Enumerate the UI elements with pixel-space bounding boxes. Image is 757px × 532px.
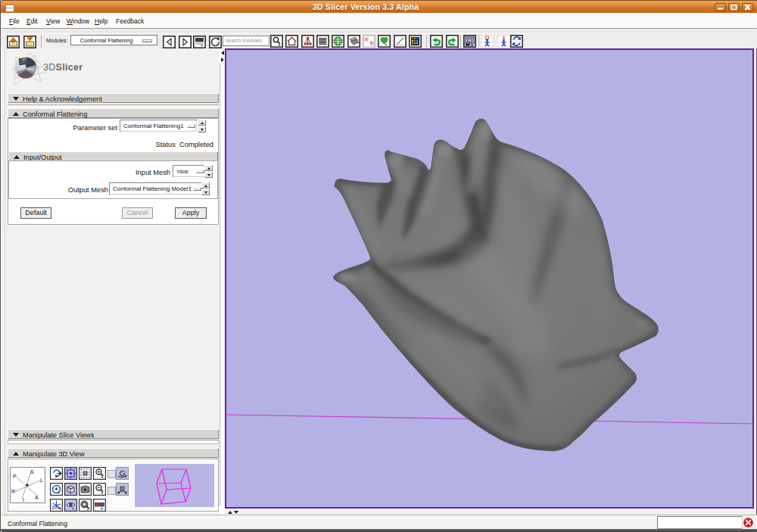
svg-text:P: P (13, 474, 17, 479)
svg-text:L: L (40, 478, 43, 483)
svg-text:A: A (35, 495, 39, 500)
svg-text:R: R (11, 489, 15, 494)
svg-text:S: S (30, 469, 34, 474)
svg-text:I: I (23, 497, 24, 502)
